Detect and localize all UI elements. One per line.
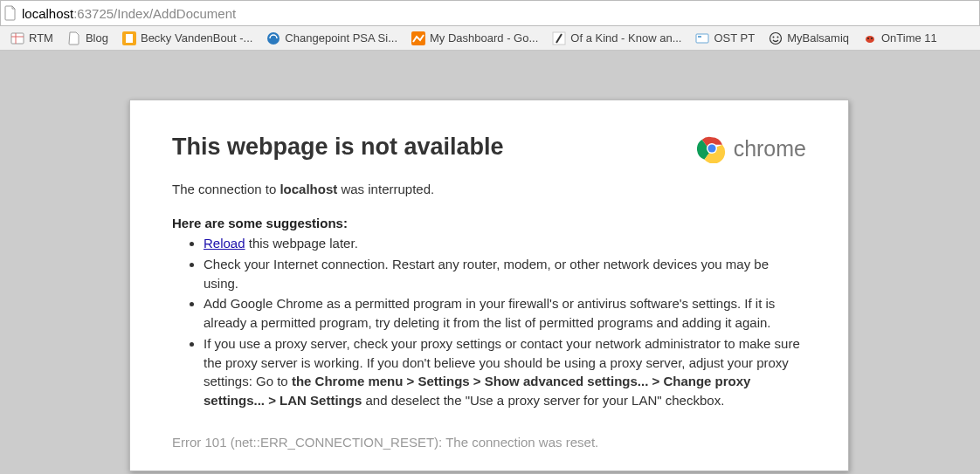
reload-link[interactable]: Reload bbox=[204, 236, 245, 251]
bookmark-becky[interactable]: Becky VandenBout -... bbox=[117, 30, 258, 47]
bookmark-changepoint[interactable]: Changepoint PSA Si... bbox=[261, 30, 403, 47]
error-card: This webpage is not available chrome The… bbox=[129, 100, 849, 471]
connection-host: localhost bbox=[280, 182, 337, 196]
bookmark-balsamiq[interactable]: MyBalsamiq bbox=[763, 30, 854, 47]
card-icon bbox=[695, 31, 709, 45]
svg-rect-9 bbox=[696, 34, 708, 43]
bookmark-label: OST PT bbox=[714, 31, 755, 45]
url-host: localhost bbox=[22, 6, 73, 21]
suggestions-list: Reload this webpage later. Check your In… bbox=[172, 234, 806, 410]
bookmark-label: MyBalsamiq bbox=[787, 31, 849, 45]
error-code: Error 101 (net::ERR_CONNECTION_RESET): T… bbox=[172, 435, 806, 450]
bookmark-rtm[interactable]: RTM bbox=[5, 30, 59, 47]
suggestion-item: Reload this webpage later. bbox=[204, 234, 806, 253]
svg-point-13 bbox=[777, 36, 779, 38]
bookmark-label: Blog bbox=[86, 31, 108, 45]
bookmark-ostpt[interactable]: OST PT bbox=[690, 30, 760, 47]
bookmark-label: Becky VandenBout -... bbox=[141, 31, 252, 45]
slash-icon bbox=[552, 31, 566, 45]
chrome-brand-text: chrome bbox=[734, 136, 806, 161]
svg-point-11 bbox=[770, 32, 782, 44]
svg-point-19 bbox=[707, 144, 715, 152]
svg-point-5 bbox=[267, 32, 280, 45]
svg-point-14 bbox=[866, 36, 874, 43]
suggestion-item: If you use a proxy server, check your pr… bbox=[204, 334, 806, 410]
bookmark-dashboard[interactable]: My Dashboard - Go... bbox=[406, 30, 543, 47]
suggestion-text: and deselect the "Use a proxy server for… bbox=[362, 393, 724, 408]
bookmark-label: My Dashboard - Go... bbox=[430, 31, 538, 45]
smiley-icon bbox=[769, 31, 783, 45]
page-title: This webpage is not available bbox=[172, 134, 504, 161]
analytics-icon bbox=[411, 31, 425, 45]
connection-message: The connection to localhost was interrup… bbox=[172, 182, 806, 196]
orange-square-icon bbox=[122, 31, 136, 45]
bookmark-label: Of a Kind - Know an... bbox=[570, 31, 681, 45]
suggestions-heading: Here are some suggestions: bbox=[172, 216, 806, 230]
chrome-logo-icon bbox=[697, 134, 727, 163]
grid-icon bbox=[10, 31, 24, 45]
svg-rect-4 bbox=[126, 34, 133, 43]
bookmark-label: RTM bbox=[29, 31, 53, 45]
file-icon bbox=[4, 5, 17, 21]
url-input[interactable]: localhost:63725/Index/AddDocument bbox=[22, 6, 236, 21]
svg-point-16 bbox=[871, 38, 873, 39]
bookmarks-bar: RTM Blog Becky VandenBout -... Changepoi… bbox=[0, 26, 980, 51]
address-bar: localhost:63725/Index/AddDocument bbox=[0, 0, 980, 26]
suggestion-item: Check your Internet connection. Restart … bbox=[204, 255, 806, 293]
svg-point-15 bbox=[867, 38, 869, 39]
page-icon bbox=[67, 31, 81, 45]
bookmark-ontime[interactable]: OnTime 11 bbox=[858, 30, 942, 47]
connection-suffix: was interrupted. bbox=[337, 182, 434, 196]
bookmark-label: OnTime 11 bbox=[881, 31, 937, 45]
bookmark-label: Changepoint PSA Si... bbox=[285, 31, 397, 45]
chrome-brand: chrome bbox=[697, 134, 806, 163]
url-path: :63725/Index/AddDocument bbox=[73, 6, 236, 21]
svg-point-12 bbox=[773, 36, 775, 38]
suggestion-text: this webpage later. bbox=[245, 236, 358, 251]
bug-icon bbox=[863, 31, 877, 45]
connection-prefix: The connection to bbox=[172, 182, 280, 196]
suggestion-item: Add Google Chrome as a permitted program… bbox=[204, 294, 806, 333]
blue-circle-icon bbox=[266, 31, 280, 45]
svg-rect-0 bbox=[11, 33, 24, 44]
bookmark-ofakind[interactable]: Of a Kind - Know an... bbox=[547, 30, 687, 47]
bookmark-blog[interactable]: Blog bbox=[62, 30, 114, 47]
page-viewport: This webpage is not available chrome The… bbox=[0, 51, 980, 471]
svg-rect-10 bbox=[698, 36, 701, 38]
